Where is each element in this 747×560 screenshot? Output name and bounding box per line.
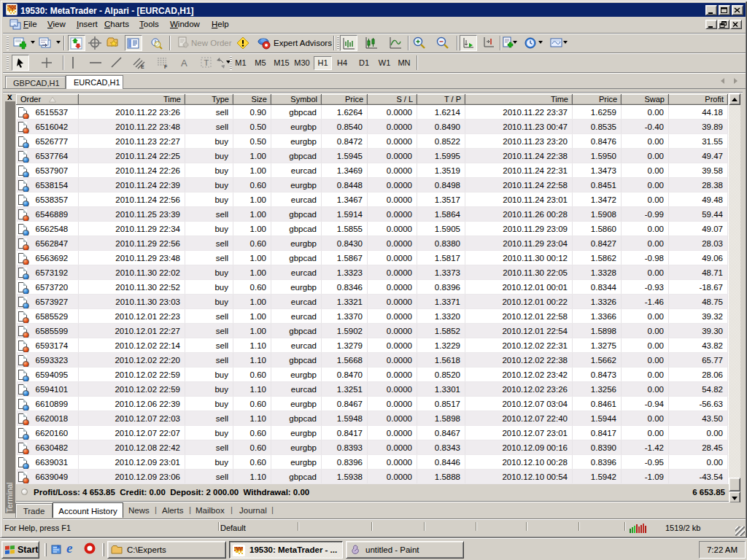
svg-text:F: F [164, 64, 168, 69]
svg-text:E: E [141, 64, 144, 69]
svg-text:T: T [204, 58, 209, 67]
svg-text:A: A [181, 58, 187, 69]
